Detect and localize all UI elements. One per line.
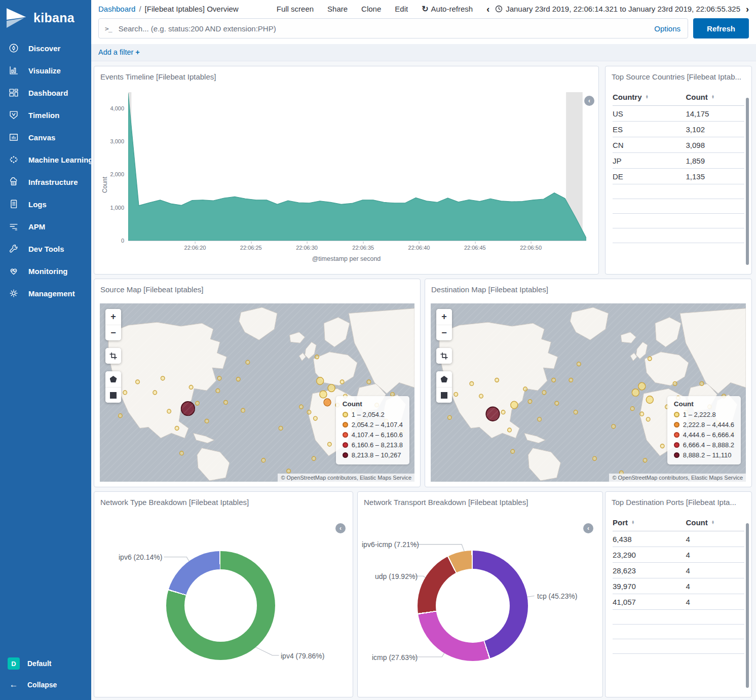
map-bubble[interactable] bbox=[261, 458, 266, 462]
map-bubble[interactable] bbox=[593, 456, 597, 460]
map-bubble[interactable] bbox=[632, 389, 639, 397]
time-forward-chevron-icon[interactable]: › bbox=[746, 5, 749, 14]
map-bubble[interactable] bbox=[511, 401, 518, 409]
map-bubble[interactable] bbox=[367, 380, 371, 384]
edit-button[interactable]: Edit bbox=[395, 5, 408, 13]
map-bubble[interactable] bbox=[189, 385, 193, 390]
map-bubble[interactable] bbox=[328, 384, 335, 392]
map-bubble[interactable] bbox=[646, 396, 653, 404]
donut-ring[interactable] bbox=[418, 551, 528, 661]
map-bubble[interactable] bbox=[224, 400, 228, 404]
map-bubble[interactable] bbox=[646, 417, 650, 421]
sidebar-item-dev-tools[interactable]: Dev Tools bbox=[0, 238, 91, 260]
draw-polygon-button[interactable] bbox=[436, 371, 452, 387]
auto-refresh-button[interactable]: ↻ Auto-refresh bbox=[422, 4, 473, 14]
map-bubble[interactable] bbox=[307, 410, 311, 414]
space-switcher-default[interactable]: D Default bbox=[0, 652, 91, 675]
map-bubble[interactable] bbox=[181, 402, 195, 415]
map-bubble[interactable] bbox=[287, 469, 291, 473]
map-bubble[interactable] bbox=[523, 387, 527, 391]
map-bubble[interactable] bbox=[538, 417, 542, 421]
map-bubble[interactable] bbox=[555, 401, 559, 405]
sort-header[interactable]: Count▲▼ bbox=[686, 518, 744, 527]
map-bubble[interactable] bbox=[643, 458, 647, 462]
map-bubble[interactable] bbox=[638, 382, 646, 390]
sidebar-item-infrastructure[interactable]: Infrastructure bbox=[0, 171, 91, 193]
sidebar-item-management[interactable]: Management bbox=[0, 282, 91, 304]
map-bubble[interactable] bbox=[217, 376, 221, 380]
zoom-out-button[interactable]: − bbox=[105, 325, 121, 340]
map-bubble[interactable] bbox=[448, 415, 452, 419]
fit-bounds-button[interactable] bbox=[436, 348, 452, 364]
map-bubble[interactable] bbox=[528, 400, 532, 404]
map-bubble[interactable] bbox=[161, 376, 165, 380]
map-bubble[interactable] bbox=[542, 391, 546, 395]
share-button[interactable]: Share bbox=[327, 5, 348, 13]
map-bubble[interactable] bbox=[299, 405, 304, 409]
map-bubble[interactable] bbox=[630, 407, 634, 411]
sidebar-item-discover[interactable]: Discover bbox=[0, 37, 91, 59]
map-bubble[interactable] bbox=[320, 391, 327, 398]
draw-polygon-button[interactable] bbox=[105, 371, 121, 387]
map-bubble[interactable] bbox=[501, 410, 505, 414]
map-bubble[interactable] bbox=[317, 377, 324, 385]
map-bubble[interactable] bbox=[574, 410, 578, 414]
clone-button[interactable]: Clone bbox=[361, 5, 381, 13]
map-bubble[interactable] bbox=[315, 355, 319, 359]
map-bubble[interactable] bbox=[180, 451, 184, 455]
full-screen-button[interactable]: Full screen bbox=[277, 5, 314, 13]
map-canvas[interactable]: + − Count 1 – 2,054.22,054.2 – bbox=[100, 303, 414, 482]
refresh-button[interactable]: Refresh bbox=[693, 18, 749, 38]
time-range-picker[interactable]: January 23rd 2019, 22:06:14.321 to Janua… bbox=[495, 5, 740, 13]
map-bubble[interactable] bbox=[577, 362, 581, 366]
collapse-nav-button[interactable]: ← Collapse bbox=[0, 675, 91, 695]
sidebar-item-logs[interactable]: Logs bbox=[0, 193, 91, 215]
map-bubble[interactable] bbox=[123, 391, 127, 395]
map-bubble[interactable] bbox=[324, 399, 331, 406]
scrollbar[interactable] bbox=[746, 98, 749, 265]
sort-header[interactable]: Country▲▼ bbox=[613, 93, 686, 101]
map-bubble[interactable] bbox=[569, 378, 573, 382]
map-bubble[interactable] bbox=[470, 381, 474, 385]
add-filter-link[interactable]: Add a filter + bbox=[98, 48, 140, 56]
map-bubble[interactable] bbox=[279, 426, 283, 430]
draw-rectangle-button[interactable] bbox=[436, 387, 452, 403]
scrollbar[interactable] bbox=[746, 523, 749, 688]
map-bubble[interactable] bbox=[236, 377, 240, 381]
map-bubble[interactable] bbox=[167, 409, 171, 413]
options-link[interactable]: Options bbox=[654, 24, 682, 33]
sort-header[interactable]: Count▲▼ bbox=[686, 93, 744, 101]
sidebar-item-timelion[interactable]: Timelion bbox=[0, 104, 91, 126]
map-bubble[interactable] bbox=[700, 381, 704, 385]
map-bubble[interactable] bbox=[314, 416, 318, 420]
map-bubble[interactable] bbox=[612, 424, 616, 429]
sidebar-item-monitoring[interactable]: Monitoring bbox=[0, 260, 91, 282]
fit-bounds-button[interactable] bbox=[105, 348, 121, 364]
legend-toggle-button[interactable]: ‹ bbox=[584, 96, 594, 106]
sort-header[interactable]: Port▲▼ bbox=[613, 518, 686, 527]
kibana-logo[interactable]: kibana bbox=[0, 0, 91, 37]
map-bubble[interactable] bbox=[508, 428, 512, 432]
legend-toggle-button[interactable]: ‹ bbox=[583, 523, 593, 533]
map-bubble[interactable] bbox=[552, 378, 556, 382]
map-bubble[interactable] bbox=[119, 414, 123, 418]
map-bubble[interactable] bbox=[246, 360, 250, 364]
area-chart[interactable]: 01,0002,0003,0004,00022:06:2022:06:2522:… bbox=[128, 92, 586, 241]
map-canvas[interactable]: + − Count 1 – 2,222.82,222.8 – bbox=[431, 303, 746, 482]
map-bubble[interactable] bbox=[196, 401, 200, 405]
sidebar-item-canvas[interactable]: Canvas bbox=[0, 126, 91, 148]
map-bubble[interactable] bbox=[660, 444, 664, 448]
sidebar-item-dashboard[interactable]: Dashboard bbox=[0, 82, 91, 104]
map-bubble[interactable] bbox=[648, 357, 652, 361]
map-bubble[interactable] bbox=[312, 456, 316, 460]
map-bubble[interactable] bbox=[511, 449, 515, 453]
map-bubble[interactable] bbox=[153, 391, 157, 395]
zoom-in-button[interactable]: + bbox=[105, 309, 121, 325]
donut-ring[interactable] bbox=[166, 551, 275, 660]
map-bubble[interactable] bbox=[495, 378, 499, 382]
map-bubble[interactable] bbox=[640, 412, 644, 416]
draw-rectangle-button[interactable] bbox=[105, 387, 121, 403]
map-bubble[interactable] bbox=[175, 426, 179, 430]
map-bubble[interactable] bbox=[454, 393, 458, 397]
sidebar-item-machine-learning[interactable]: Machine Learning bbox=[0, 148, 91, 171]
